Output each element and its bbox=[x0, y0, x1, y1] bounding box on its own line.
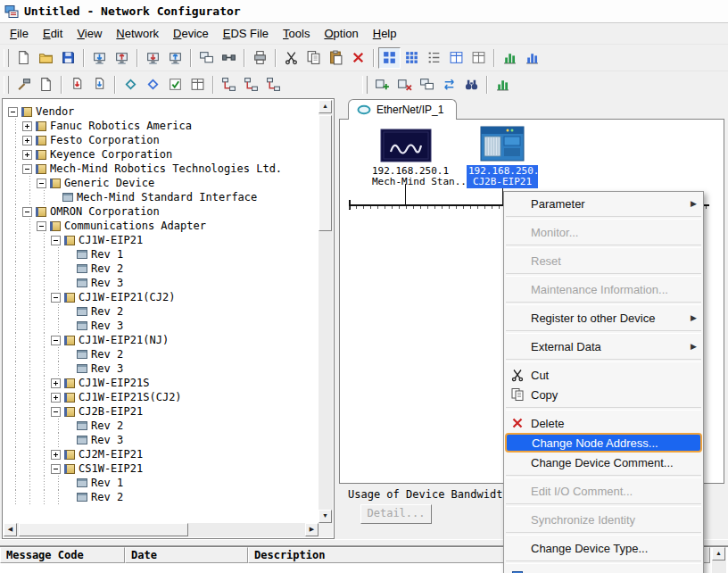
collapse-minus-icon[interactable] bbox=[22, 164, 32, 174]
cj2b-plc-icon[interactable] bbox=[480, 126, 525, 162]
tree-item[interactable]: Generic Device bbox=[4, 176, 318, 190]
expand-plus-icon[interactable] bbox=[51, 393, 61, 403]
cut-button[interactable] bbox=[280, 47, 302, 69]
context-menu-item-cut[interactable]: Cut bbox=[504, 365, 703, 385]
context-menu-item-change-node-address[interactable]: Change Node Address... bbox=[505, 433, 702, 453]
context-menu-item-maintenance-information[interactable]: Maintenance Information... bbox=[504, 279, 703, 299]
delete-button[interactable] bbox=[347, 47, 369, 69]
toolbar-gripper[interactable] bbox=[362, 76, 368, 94]
install-eds-button[interactable] bbox=[66, 74, 88, 96]
context-menu-item-register-to-other-device[interactable]: Register to other Device bbox=[504, 308, 703, 328]
tab-ethernet-ip-1[interactable]: EtherNet/IP_1 bbox=[348, 99, 457, 120]
collapse-minus-icon[interactable] bbox=[51, 236, 61, 245]
menu-network[interactable]: Network bbox=[109, 25, 166, 42]
scrollbar-thumb[interactable] bbox=[318, 115, 332, 231]
context-menu-item-change-device-type[interactable]: Change Device Type... bbox=[504, 538, 703, 558]
scroll-down-button[interactable] bbox=[318, 510, 332, 523]
eds-edit-button[interactable] bbox=[35, 74, 57, 96]
new-button[interactable] bbox=[12, 47, 35, 69]
network-usage-button[interactable] bbox=[521, 47, 543, 69]
device-node-mech-mind[interactable]: 192.168.250.1 Mech-Mind Stan... bbox=[372, 129, 440, 187]
route-table-button[interactable] bbox=[262, 74, 285, 96]
collapse-minus-icon[interactable] bbox=[51, 464, 61, 474]
toolbar-gripper[interactable] bbox=[4, 49, 9, 67]
tree-item[interactable]: CJ1W-EIP21(CJ2) bbox=[4, 290, 318, 304]
collapse-minus-icon[interactable] bbox=[51, 336, 61, 345]
find-device-button[interactable] bbox=[460, 74, 483, 96]
tree-item[interactable]: Mech-Mind Robotics Technologies Ltd. bbox=[4, 162, 318, 176]
parameter-copy-button[interactable] bbox=[142, 74, 164, 96]
tree-item[interactable]: CJ1W-EIP21(NJ) bbox=[4, 333, 318, 347]
bandwidth-usage-button[interactable] bbox=[492, 74, 514, 96]
download-device-button[interactable] bbox=[142, 47, 164, 69]
collapse-minus-icon[interactable] bbox=[22, 207, 32, 217]
context-menu-item-reset[interactable]: Reset bbox=[504, 251, 703, 270]
save-button[interactable] bbox=[57, 47, 79, 69]
title-bar[interactable]: Untitled - Network Configurator bbox=[0, 0, 728, 23]
tree-item[interactable]: Rev 1 bbox=[4, 247, 318, 262]
tree-item[interactable]: Rev 3 bbox=[4, 433, 318, 447]
menu-eds-file[interactable]: EDS File bbox=[216, 25, 276, 42]
context-menu-item-external-data[interactable]: External Data bbox=[504, 336, 703, 356]
hardware-settings-button[interactable] bbox=[12, 74, 35, 96]
tree-item[interactable]: CS1W-EIP21 bbox=[4, 461, 318, 476]
tree-item[interactable]: Keyence Corporation bbox=[4, 147, 318, 162]
menu-option[interactable]: Option bbox=[317, 25, 365, 42]
tree-item[interactable]: Vendor bbox=[4, 104, 318, 119]
context-menu-item-monitor[interactable]: Monitor... bbox=[504, 222, 703, 242]
scrollbar-thumb[interactable] bbox=[19, 523, 188, 536]
tree-item[interactable]: Rev 3 bbox=[4, 276, 318, 290]
node-commission-button[interactable] bbox=[218, 74, 240, 96]
collapse-minus-icon[interactable] bbox=[8, 107, 18, 117]
download-from-network-button[interactable] bbox=[88, 47, 111, 69]
scroll-up-button[interactable] bbox=[318, 100, 332, 113]
tree-horizontal-scrollbar[interactable] bbox=[4, 523, 318, 537]
delete-network-button[interactable] bbox=[393, 74, 416, 96]
tree-item[interactable]: CJ2B-EIP21 bbox=[4, 404, 318, 419]
collapse-minus-icon[interactable] bbox=[37, 179, 46, 188]
add-network-button[interactable] bbox=[371, 74, 393, 96]
print-button[interactable] bbox=[249, 47, 271, 69]
hardware-tree[interactable]: Vendor Fanuc Robotics America Festo Corp… bbox=[4, 101, 318, 522]
menu-device[interactable]: Device bbox=[166, 25, 216, 42]
menu-edit[interactable]: Edit bbox=[36, 25, 70, 42]
tree-item[interactable]: Rev 2 bbox=[4, 490, 318, 504]
connect-network-button[interactable] bbox=[218, 47, 240, 69]
upload-device-button[interactable] bbox=[164, 47, 186, 69]
ip-settings-button[interactable] bbox=[240, 74, 262, 96]
toolbar-gripper[interactable] bbox=[4, 76, 9, 94]
tree-vertical-scrollbar[interactable] bbox=[318, 100, 333, 523]
expand-plus-icon[interactable] bbox=[51, 450, 61, 460]
parameter-edit-button[interactable] bbox=[120, 74, 142, 96]
copy-button[interactable] bbox=[302, 47, 325, 69]
bandwidth-detail-button[interactable]: Detail... bbox=[360, 504, 432, 524]
tree-item[interactable]: CJ1W-EIP21S bbox=[4, 376, 318, 390]
network-structure-button[interactable] bbox=[416, 74, 438, 96]
tree-item[interactable]: Rev 2 bbox=[4, 347, 318, 361]
verify-io-button[interactable] bbox=[164, 74, 186, 96]
expand-plus-icon[interactable] bbox=[51, 378, 61, 388]
scroll-right-button[interactable] bbox=[305, 523, 318, 536]
tree-item[interactable]: OMRON Corporation bbox=[4, 204, 318, 219]
tree-item[interactable]: Festo Corporation bbox=[4, 133, 318, 147]
compare-devices-button[interactable] bbox=[195, 47, 218, 69]
open-button[interactable] bbox=[35, 47, 57, 69]
device-usage-button[interactable] bbox=[499, 47, 521, 69]
tree-item[interactable]: Rev 2 bbox=[4, 419, 318, 433]
tree-item[interactable]: Rev 2 bbox=[4, 304, 318, 319]
expand-plus-icon[interactable] bbox=[22, 121, 32, 131]
tree-item[interactable]: Rev 2 bbox=[4, 262, 318, 276]
menu-help[interactable]: Help bbox=[366, 25, 404, 42]
mech-mind-device-icon[interactable] bbox=[380, 129, 432, 162]
context-menu-item-copy[interactable]: Copy bbox=[504, 385, 703, 404]
detail-view-button[interactable] bbox=[445, 47, 467, 69]
collapse-minus-icon[interactable] bbox=[37, 221, 46, 231]
context-menu-item-edit-io-comment[interactable]: Edit I/O Comment... bbox=[504, 481, 703, 501]
context-menu-item-synchronize-identity[interactable]: Synchronize Identity bbox=[504, 510, 703, 529]
scroll-left-button[interactable] bbox=[4, 523, 17, 536]
app-icon[interactable] bbox=[4, 4, 19, 19]
scroll-up-button[interactable] bbox=[712, 547, 725, 561]
transfer-network-button[interactable] bbox=[438, 74, 460, 96]
tree-item[interactable]: CJ1W-EIP21S(CJ2) bbox=[4, 390, 318, 404]
paste-button[interactable] bbox=[325, 47, 347, 69]
